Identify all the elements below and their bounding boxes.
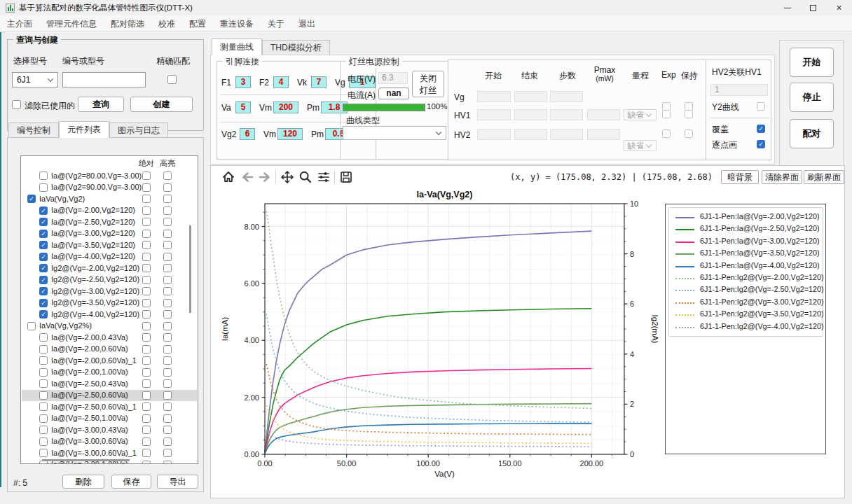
vertical-scrollbar[interactable] (189, 225, 191, 313)
pan-icon[interactable] (280, 170, 295, 184)
overlay-checkbox[interactable]: ✓ (757, 125, 765, 133)
hv2-link-input[interactable]: 1 (710, 84, 768, 96)
curve-checkbox[interactable] (27, 322, 36, 330)
list-item[interactable]: ✓Ig2@(Vg=-3.50,Vg2=120) (22, 298, 197, 309)
dark-background-button[interactable]: 暗背景 (721, 170, 759, 184)
home-icon[interactable] (221, 170, 236, 184)
absolute-checkbox[interactable] (142, 368, 151, 377)
export-button[interactable]: 导出 (157, 475, 198, 489)
list-item[interactable]: Ia@(Vg=-3.00,0.60Va)_1 (22, 447, 197, 459)
vg-end-input[interactable] (514, 91, 547, 102)
curve-checkbox[interactable]: ✓ (27, 195, 36, 203)
list-item[interactable]: ✓Ia@(Vg=-4.00,Vg2=120) (22, 251, 197, 263)
absolute-checkbox[interactable] (142, 402, 151, 411)
curve-checkbox[interactable] (39, 449, 48, 457)
curve-checkbox[interactable]: ✓ (39, 230, 48, 238)
hv2-start-input[interactable] (477, 129, 511, 140)
absolute-checkbox[interactable] (142, 461, 151, 465)
highlight-checkbox[interactable] (163, 461, 172, 465)
absolute-checkbox[interactable] (142, 426, 151, 434)
tab-图示与日志[interactable]: 图示与日志 (109, 122, 168, 138)
create-button[interactable]: 创建 (130, 97, 193, 112)
hv1-exp-checkbox[interactable] (662, 110, 671, 118)
pin-value-Vm[interactable]: 200 (273, 102, 298, 113)
curve-checkbox[interactable] (39, 391, 48, 400)
absolute-checkbox[interactable] (142, 356, 151, 365)
absolute-checkbox[interactable] (142, 276, 151, 284)
absolute-checkbox[interactable] (142, 333, 151, 342)
highlight-checkbox[interactable] (163, 183, 172, 192)
curve-checkbox[interactable]: ✓ (39, 218, 48, 226)
hv2-exp-checkbox[interactable] (662, 130, 671, 138)
hv1-hold-checkbox[interactable] (685, 110, 693, 118)
horizontal-scrollbar[interactable] (42, 459, 130, 461)
list-item[interactable]: Ia@(Vg=-2.00,0.60Va) (22, 344, 197, 356)
highlight-checkbox[interactable] (163, 195, 172, 203)
list-item[interactable]: Ia@(Vg=-3.00,0.60Va) (22, 436, 197, 448)
highlight-checkbox[interactable] (163, 206, 172, 215)
filter-used-checkbox[interactable] (12, 100, 21, 109)
curve-checkbox[interactable]: ✓ (39, 206, 48, 215)
list-item[interactable]: Ia@(Vg=-2.50,0.60Va) (22, 390, 197, 402)
list-item[interactable]: ✓Ia@(Vg=-3.50,Vg2=120) (22, 239, 197, 251)
hv1-steps-input[interactable] (550, 109, 583, 120)
pair-button[interactable]: 配对 (790, 119, 834, 148)
list-item[interactable]: ✓IaVa(Vg,Vg2) (22, 193, 197, 205)
tab-THD模拟分析[interactable]: THD模拟分析 (262, 40, 330, 55)
curve-checkbox[interactable] (39, 402, 48, 411)
menu-item-关于[interactable]: 关于 (261, 15, 291, 31)
highlight-checkbox[interactable] (163, 356, 172, 365)
curve-checkbox[interactable] (39, 379, 48, 388)
absolute-checkbox[interactable] (142, 253, 151, 261)
highlight-checkbox[interactable] (163, 230, 172, 238)
list-item[interactable]: IaVa(Vg,Vg2%) (22, 321, 197, 332)
list-item[interactable]: ✓Ia@(Vg=-2.50,Vg2=120) (22, 216, 197, 228)
close-button[interactable]: × (826, 0, 852, 15)
absolute-checkbox[interactable] (142, 230, 151, 238)
chart-figure[interactable]: 0.0050.00100.00150.00200.000.002.004.006… (217, 187, 665, 495)
curve-checkbox[interactable] (39, 345, 48, 354)
absolute-checkbox[interactable] (142, 299, 151, 307)
subplot-settings-icon[interactable] (316, 170, 331, 184)
pin-value-Vm[interactable]: 120 (277, 128, 303, 140)
list-item[interactable]: Ia@(Vg=-2.50,0.43Va) (22, 378, 197, 390)
tab-编号控制[interactable]: 编号控制 (8, 122, 59, 138)
highlight-checkbox[interactable] (163, 264, 172, 272)
absolute-checkbox[interactable] (142, 206, 151, 215)
maximize-button[interactable] (800, 0, 826, 15)
highlight-checkbox[interactable] (163, 310, 172, 318)
hv2-pmax-input[interactable] (587, 129, 620, 140)
list-item[interactable]: ✓Ia@(Vg=-2.00,Vg2=120) (22, 205, 197, 217)
forward-icon[interactable] (257, 170, 273, 184)
model-select[interactable]: 6J1 (12, 72, 58, 88)
pin-value-Vg2[interactable]: 6 (240, 128, 255, 140)
curve-checkbox[interactable] (39, 356, 48, 365)
serial-input[interactable] (62, 72, 146, 88)
absolute-checkbox[interactable] (142, 183, 151, 192)
curve-checkbox[interactable]: ✓ (39, 241, 48, 249)
highlight-checkbox[interactable] (163, 333, 172, 342)
highlight-checkbox[interactable] (163, 276, 172, 284)
absolute-checkbox[interactable] (142, 172, 151, 180)
highlight-checkbox[interactable] (163, 172, 172, 180)
highlight-checkbox[interactable] (163, 287, 172, 295)
menu-item-管理元件信息[interactable]: 管理元件信息 (39, 15, 104, 31)
list-item[interactable]: Ia@(Vg2=80.00,Vg=-3.00) (22, 170, 197, 182)
list-item[interactable]: ✓Ig2@(Vg=-4.00,Vg2=120) (22, 309, 197, 321)
curve-checkbox[interactable]: ✓ (39, 299, 48, 307)
curve-listbox[interactable]: 绝对 高亮 Ia@(Vg2=80.00,Vg=-3.00)Ia@(Vg2=90.… (20, 155, 198, 464)
menu-item-重连设备[interactable]: 重连设备 (213, 15, 261, 31)
highlight-checkbox[interactable] (163, 368, 172, 377)
list-item[interactable]: ✓Ia@(Vg=-3.00,Vg2=120) (22, 228, 197, 240)
start-button[interactable]: 开始 (790, 48, 834, 77)
highlight-checkbox[interactable] (163, 379, 172, 388)
curve-checkbox[interactable]: ✓ (39, 287, 48, 295)
curve-checkbox[interactable] (39, 333, 48, 342)
back-icon[interactable] (240, 170, 255, 184)
pin-value-Vk[interactable]: 7 (311, 76, 327, 88)
refresh-view-button[interactable]: 刷新界面 (804, 170, 844, 184)
hv1-end-input[interactable] (514, 109, 547, 120)
curve-checkbox[interactable]: ✓ (39, 310, 48, 318)
save-icon[interactable] (338, 170, 354, 184)
highlight-checkbox[interactable] (163, 345, 172, 354)
